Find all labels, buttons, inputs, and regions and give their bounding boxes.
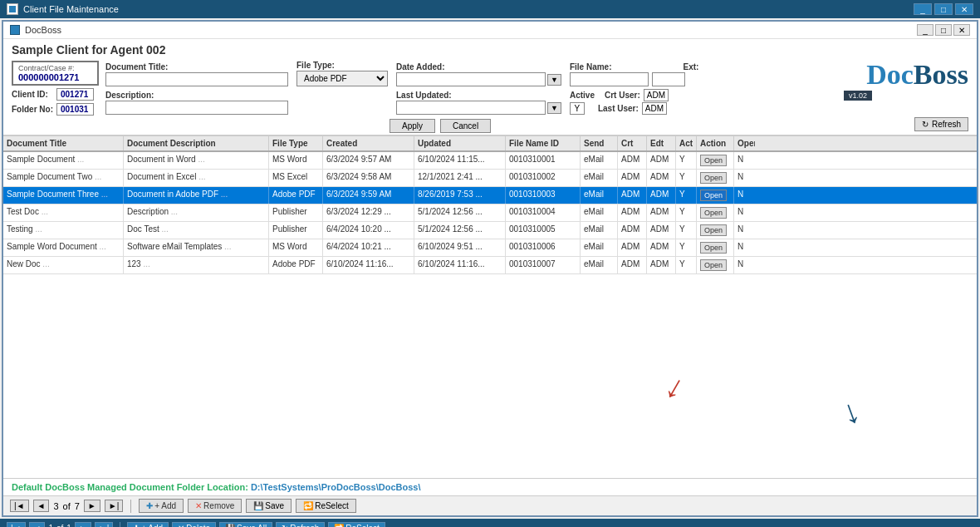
last-updated-input[interactable]: Monday ,Aug 26, 2019 - 07:53AM [396,101,546,115]
cell-edt: ADM [647,222,676,239]
open-action-btn[interactable]: Open [700,172,727,184]
cell-open: N [734,222,755,239]
maximize-btn[interactable]: □ [934,3,953,15]
status-refresh-icon: ↻ [282,524,288,528]
status-refresh-btn[interactable]: ↻ Refresh [276,522,325,528]
table-row[interactable]: Sample Document Two ... Document in Exce… [3,170,977,187]
ext-input[interactable]: pdf [652,72,685,86]
open-action-btn[interactable]: Open [700,224,727,236]
cell-docdesc: Document in Excel ... [124,170,269,186]
cell-act: Y [676,204,697,221]
cell-action[interactable]: Open [697,222,734,239]
desc-label: Description: [105,91,288,100]
status-add-icon: ✚ [133,524,140,528]
status-prev-btn[interactable]: ◄ [29,522,46,528]
cell-action[interactable]: Open [697,239,734,256]
col-header-action: Action [697,136,734,150]
file-type-label: File Type: [296,61,388,70]
date-added-picker[interactable]: ▼ [547,74,561,86]
open-action-btn[interactable]: Open [700,207,727,219]
cell-edt: ADM [647,257,676,273]
status-add-btn[interactable]: ✚ + Add [127,522,169,528]
close-btn-outer[interactable]: ✕ [955,3,973,15]
table-row[interactable]: Testing ... Doc Test ... Publisher 6/4/2… [3,222,977,239]
minimize-inner-btn[interactable]: _ [917,24,933,36]
cell-doctitle: Sample Document ... [3,152,124,169]
client-id-label: Client ID: [12,90,53,99]
cell-edt: ADM [647,170,676,186]
act-value: Y [570,102,585,115]
cell-doctitle: Sample Document Three ... [3,187,124,204]
refresh-button-top[interactable]: ↻ Refresh [914,117,968,131]
table-row[interactable]: Sample Document ... Document in Word ...… [3,152,977,170]
cell-open: N [734,170,755,186]
status-save-icon: 💾 [225,524,235,528]
nav-total-pages: 7 [75,501,80,511]
open-action-btn[interactable]: Open [700,259,727,271]
table-row[interactable]: Sample Word Document ... Software eMail … [3,239,977,257]
close-inner-btn[interactable]: ✕ [953,24,970,36]
last-updated-picker[interactable]: ▼ [547,102,561,114]
status-save-all-btn[interactable]: 💾 Save All [219,522,272,528]
restore-inner-btn[interactable]: □ [935,24,952,36]
refresh-icon: ↻ [922,120,929,129]
file-name-label: File Name: [570,62,612,71]
cancel-button[interactable]: Cancel [440,119,491,133]
cell-action[interactable]: Open [697,187,734,204]
open-action-btn[interactable]: Open [700,242,727,254]
save-button[interactable]: 💾 Save [246,499,292,513]
col-header-send: Send [581,136,618,150]
col-header-created: Created [323,136,414,150]
folder-no-label: Folder No: [12,105,53,114]
nav-next-btn[interactable]: ► [84,500,100,512]
minimize-btn[interactable]: _ [914,3,932,15]
col-header-edt: Edt [647,136,676,150]
crt-user-value: ADM [644,89,669,101]
cell-docdesc: Description ... [124,204,269,221]
version-badge: v1.02 [844,91,872,101]
cell-send: eMail [581,257,618,273]
table-row[interactable]: Sample Document Three ... Document in Ad… [3,187,977,204]
nav-prev-btn[interactable]: ◄ [33,500,50,512]
col-header-doctitle: Document Title [3,136,124,150]
cell-updated: 6/10/2024 11:15... [414,152,506,169]
doc-title-input[interactable]: Sample Document Three [105,72,288,86]
desc-input[interactable]: Document in Adobe PDF [105,101,288,115]
status-first-btn[interactable]: |◄ [7,522,26,528]
remove-button[interactable]: ✕ Remove [188,499,242,513]
cell-updated: 6/10/2024 9:51 ... [414,239,506,256]
status-delete-btn[interactable]: ✕ Delete [172,522,216,528]
cell-action[interactable]: Open [697,152,734,169]
nav-last-btn[interactable]: ►| [105,500,124,512]
cell-docdesc: Document in Adobe PDF ... [124,187,269,204]
date-added-input[interactable]: Monday ,Jun 03, 2024 - 09:59AM [396,72,546,86]
nav-first-btn[interactable]: |◄ [10,500,29,512]
cell-filenameid: 0010310003 [506,187,581,204]
cell-action[interactable]: Open [697,257,734,273]
folder-no-value: 001031 [56,103,94,116]
add-button[interactable]: ✚ + Add [139,499,184,513]
cell-created: 6/3/2024 9:57 AM [323,152,414,169]
status-reselect-btn[interactable]: 🔁 ReSelect [328,522,385,528]
apply-button[interactable]: Apply [390,119,435,133]
cell-open: N [734,152,755,169]
open-action-btn[interactable]: Open [700,155,727,166]
status-next-btn[interactable]: ► [75,522,91,528]
cell-edt: ADM [647,152,676,169]
cell-crt: ADM [618,170,647,186]
status-last-btn[interactable]: ►| [95,522,114,528]
reselect-button[interactable]: 🔁 ReSelect [296,499,356,513]
file-name-input[interactable]: 0010310003 [570,72,649,86]
cell-updated: 6/10/2024 11:16... [414,257,506,273]
cell-filetype: MS Word [269,239,323,256]
cell-action[interactable]: Open [697,204,734,221]
file-type-select[interactable]: Adobe PDF [296,71,388,86]
table-row[interactable]: New Doc ... 123 ... Adobe PDF 6/10/2024 … [3,257,977,274]
table-row[interactable]: Test Doc ... Description ... Publisher 6… [3,204,977,222]
cell-action[interactable]: Open [697,170,734,186]
ext-label: Ext: [684,62,699,71]
cell-crt: ADM [618,204,647,221]
open-action-btn[interactable]: Open [700,190,727,201]
nav-current-page: 3 [53,501,58,511]
cell-filenameid: 0010310007 [506,257,581,273]
